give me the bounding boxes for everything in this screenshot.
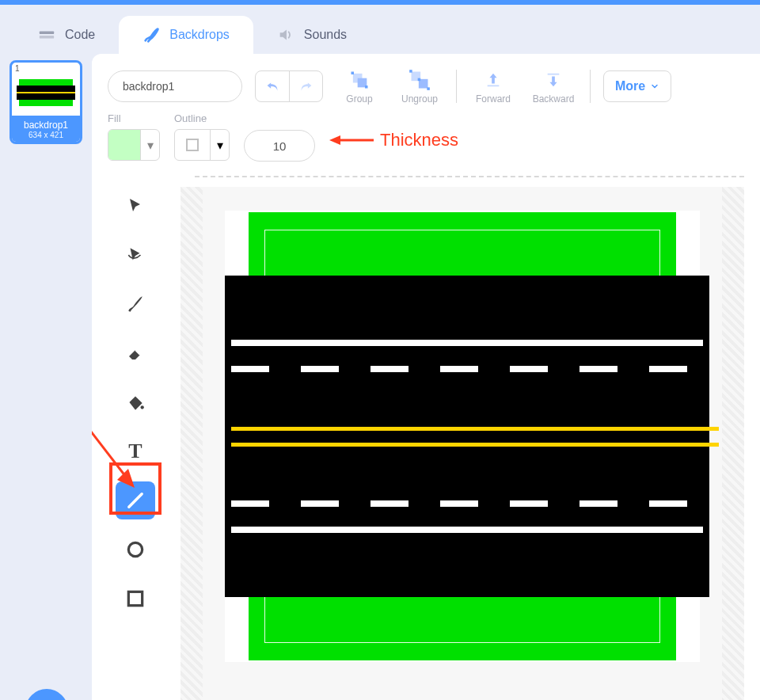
- shape-lane: [231, 527, 703, 533]
- thumbnail-index: 1: [12, 63, 80, 73]
- separator: [590, 70, 591, 103]
- svg-rect-20: [128, 592, 142, 605]
- svg-point-17: [141, 405, 144, 409]
- separator: [456, 70, 457, 103]
- canvas[interactable]: [225, 211, 700, 662]
- backward-label: Backward: [533, 93, 575, 105]
- props-row: Fill ▾ Outline ▾ 10 Thickness: [92, 112, 760, 173]
- svg-rect-1: [40, 36, 54, 39]
- text-tool[interactable]: T: [116, 432, 155, 470]
- svg-rect-0: [40, 31, 54, 34]
- annotation-thickness: Thickness: [329, 130, 458, 150]
- ungroup-button[interactable]: Ungroup: [396, 68, 443, 105]
- group-icon: [348, 69, 370, 91]
- fill-tool[interactable]: [116, 383, 155, 421]
- svg-rect-8: [365, 86, 368, 89]
- redo-icon: [298, 78, 315, 95]
- paintbrush-icon: [125, 294, 146, 314]
- outline-picker[interactable]: Outline ▾: [174, 112, 230, 161]
- group-label: Group: [346, 93, 372, 105]
- chevron-down-icon: [650, 82, 659, 91]
- more-button[interactable]: More: [603, 70, 671, 102]
- forward-label: Forward: [476, 93, 511, 105]
- backdrop-thumbnail[interactable]: 1 backdrop1 634 x 421: [10, 60, 82, 144]
- brush-icon: [142, 26, 160, 44]
- forward-button[interactable]: Forward: [469, 68, 517, 105]
- tab-code[interactable]: Code: [14, 16, 119, 54]
- sound-icon: [277, 26, 294, 44]
- svg-rect-11: [409, 70, 412, 73]
- bucket-icon: [125, 392, 146, 413]
- svg-point-19: [128, 542, 142, 556]
- eraser-tool[interactable]: [116, 334, 155, 372]
- group-button[interactable]: Group: [336, 68, 383, 105]
- thumbnail-preview: [17, 74, 75, 111]
- tool-column: T: [92, 187, 180, 700]
- fill-swatch: [108, 130, 140, 160]
- backward-button[interactable]: Backward: [530, 68, 577, 105]
- line-tool[interactable]: [116, 481, 155, 519]
- outline-swatch: [175, 130, 210, 160]
- backdrop-list: 1 backdrop1 634 x 421: [0, 54, 92, 700]
- svg-rect-7: [352, 72, 355, 75]
- editor-header: backdrop1 Group Ungroup Forward Backward: [92, 54, 760, 112]
- arrow-left-icon: [329, 132, 374, 148]
- canvas-wrap[interactable]: [180, 187, 744, 700]
- tab-code-label: Code: [65, 28, 95, 42]
- outline-width-input[interactable]: 10: [244, 130, 315, 162]
- undo-redo-group: [255, 70, 323, 102]
- tab-backdrops-label: Backdrops: [169, 28, 230, 42]
- fill-label: Fill: [108, 112, 160, 124]
- svg-rect-14: [488, 85, 500, 86]
- line-icon: [124, 489, 146, 512]
- chevron-down-icon: ▾: [210, 130, 229, 160]
- thumbnail-label: backdrop1 634 x 421: [12, 116, 80, 142]
- svg-line-18: [129, 494, 142, 507]
- tab-sounds-label: Sounds: [304, 28, 347, 42]
- svg-rect-13: [427, 87, 430, 90]
- divider: [195, 176, 744, 177]
- svg-rect-12: [418, 78, 421, 82]
- square-icon: [125, 588, 146, 609]
- tab-sounds[interactable]: Sounds: [253, 16, 370, 54]
- work-area: T: [92, 187, 760, 700]
- tab-backdrops[interactable]: Backdrops: [119, 16, 253, 54]
- undo-button[interactable]: [256, 71, 289, 101]
- ungroup-icon: [408, 69, 431, 91]
- svg-rect-15: [548, 74, 560, 75]
- tab-row: Code Backdrops Sounds: [0, 5, 760, 54]
- costume-name-input[interactable]: backdrop1: [108, 70, 242, 102]
- add-backdrop-button[interactable]: [25, 689, 68, 700]
- shape-center-line: [231, 443, 719, 447]
- canvas-overflow: [722, 187, 744, 700]
- select-tool[interactable]: [116, 187, 155, 225]
- more-label: More: [615, 79, 645, 93]
- reshape-icon: [125, 245, 146, 265]
- circle-icon: [125, 539, 146, 560]
- code-icon: [38, 26, 55, 44]
- fill-picker[interactable]: Fill ▾: [108, 112, 160, 161]
- outline-label: Outline: [174, 112, 230, 124]
- ungroup-label: Ungroup: [401, 93, 438, 105]
- shape-lane: [231, 340, 703, 346]
- reshape-tool[interactable]: [116, 236, 155, 274]
- forward-icon: [484, 70, 502, 90]
- undo-icon: [264, 78, 281, 95]
- redo-button[interactable]: [289, 71, 322, 101]
- shape-lane: [231, 500, 703, 507]
- rect-tool[interactable]: [116, 580, 155, 618]
- shape-road: [225, 276, 709, 597]
- circle-tool[interactable]: [116, 531, 155, 569]
- cursor-icon: [126, 196, 145, 215]
- backward-icon: [545, 70, 562, 90]
- chevron-down-icon: ▾: [140, 130, 159, 160]
- brush-tool[interactable]: [116, 285, 155, 323]
- text-icon: T: [128, 439, 142, 463]
- editor-pane: backdrop1 Group Ungroup Forward Backward: [92, 54, 760, 700]
- shape-lane: [231, 366, 703, 372]
- canvas-overflow: [180, 187, 203, 700]
- shape-center-line: [231, 427, 719, 431]
- eraser-icon: [126, 344, 145, 363]
